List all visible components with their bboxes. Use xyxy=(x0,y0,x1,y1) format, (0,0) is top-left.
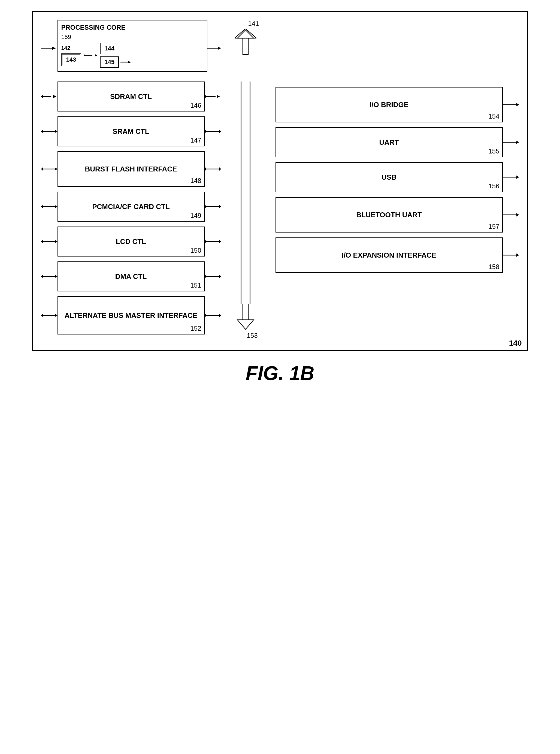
lcd-ctl-row: LCD CTL 150 xyxy=(41,226,221,257)
dma-ctl-num: 151 xyxy=(190,282,201,289)
burst-left-arrow xyxy=(41,165,58,173)
main-content: SDRAM CTL 146 xyxy=(41,81,519,339)
io-expansion-right-arrow xyxy=(503,251,519,259)
io-bridge-right-arrow xyxy=(503,101,519,109)
svg-marker-43 xyxy=(41,275,43,278)
svg-marker-4 xyxy=(95,54,97,56)
svg-marker-65 xyxy=(516,254,519,257)
io-expansion-label: I/O EXPANSION INTERFACE xyxy=(340,248,439,262)
bus-down-arrow xyxy=(235,303,256,331)
io-expansion-num: 158 xyxy=(488,263,499,271)
sdram-right-connector xyxy=(205,93,221,101)
pcmcia-right-connector xyxy=(205,202,221,211)
svg-rect-54 xyxy=(243,303,248,321)
fig-label: FIG. 1B xyxy=(245,362,314,384)
right-top-spacer xyxy=(276,81,519,87)
dma-ctl-row: DMA CTL 151 xyxy=(41,261,221,292)
sdram-ctl-row: SDRAM CTL 146 xyxy=(41,81,221,112)
sdram-left-arrow xyxy=(41,93,58,101)
io-bridge-num: 154 xyxy=(488,113,499,120)
dma-ctl-block: DMA CTL 151 xyxy=(58,261,205,292)
svg-marker-25 xyxy=(41,167,43,171)
bluetooth-num: 157 xyxy=(488,223,499,230)
core-145-right-arrow xyxy=(120,59,131,65)
svg-marker-40 xyxy=(205,240,206,243)
lcd-ctl-num: 150 xyxy=(190,247,201,254)
sram-ctl-row: SRAM CTL 147 xyxy=(41,116,221,146)
svg-marker-59 xyxy=(516,141,519,144)
svg-marker-50 xyxy=(55,314,58,317)
core-143-block: 143 xyxy=(61,54,81,66)
altbus-left-arrow xyxy=(41,311,58,319)
dma-left-arrow xyxy=(41,272,58,280)
uart-block: UART 155 xyxy=(276,127,503,157)
outer-box: PROCESSING CORE 159 142 143 xyxy=(32,11,528,351)
altbus-row: ALTERNATE BUS MASTER INTERFACE 152 xyxy=(41,296,221,335)
svg-marker-26 xyxy=(55,167,58,171)
svg-marker-31 xyxy=(41,205,43,208)
right-column: I/O BRIDGE 154 UART 155 xyxy=(270,81,519,339)
bluetooth-right-arrow xyxy=(503,211,519,219)
svg-marker-37 xyxy=(41,240,43,243)
sdram-ctl-block: SDRAM CTL 146 xyxy=(58,81,205,112)
uart-label: UART xyxy=(377,136,401,150)
burst-flash-num: 148 xyxy=(190,177,201,184)
burst-flash-row: BURST FLASH INTERFACE 148 xyxy=(41,151,221,187)
bluetooth-label: BLUETOOTH UART xyxy=(354,208,424,222)
svg-marker-34 xyxy=(205,205,206,208)
left-column: SDRAM CTL 146 xyxy=(41,81,221,339)
pcmcia-row: PCMCIA/CF CARD CTL 149 xyxy=(41,192,221,222)
io-expansion-block: I/O EXPANSION INTERFACE 158 xyxy=(276,237,503,273)
core-144-block: 144 xyxy=(100,43,131,54)
bluetooth-block: BLUETOOTH UART 157 xyxy=(276,197,503,233)
io-bridge-row: I/O BRIDGE 154 xyxy=(276,87,519,122)
sram-ctl-num: 147 xyxy=(190,137,201,144)
lcd-ctl-block: LCD CTL 150 xyxy=(58,226,205,257)
bus-153-label: 153 xyxy=(247,332,258,339)
pcmcia-block: PCMCIA/CF CARD CTL 149 xyxy=(58,192,205,222)
altbus-right-connector xyxy=(205,311,221,319)
svg-marker-17 xyxy=(217,95,220,98)
io-bridge-block: I/O BRIDGE 154 xyxy=(276,87,503,122)
bus-top-section: 141 xyxy=(221,20,270,56)
svg-marker-22 xyxy=(205,130,206,133)
io-expansion-row: I/O EXPANSION INTERFACE 158 xyxy=(276,237,519,273)
burst-right-connector xyxy=(205,165,221,173)
bus-141-label: 141 xyxy=(248,20,259,27)
io-bridge-label: I/O BRIDGE xyxy=(367,98,411,112)
bus-column: 153 xyxy=(221,81,270,339)
svg-marker-49 xyxy=(41,314,43,317)
uart-right-arrow xyxy=(503,138,519,146)
dma-ctl-label: DMA CTL xyxy=(113,270,149,283)
core-inner-arrow xyxy=(84,53,97,58)
pcmcia-label: PCMCIA/CF CARD CTL xyxy=(90,200,172,214)
svg-marker-28 xyxy=(205,167,206,171)
sram-right-connector xyxy=(205,127,221,136)
altbus-block: ALTERNATE BUS MASTER INTERFACE 152 xyxy=(58,296,205,335)
svg-marker-57 xyxy=(516,103,519,106)
usb-label: USB xyxy=(379,171,399,184)
svg-marker-3 xyxy=(84,54,86,56)
uart-num: 155 xyxy=(488,147,499,155)
sram-ctl-label: SRAM CTL xyxy=(111,124,151,138)
bluetooth-row: BLUETOOTH UART 157 xyxy=(276,197,519,233)
lcd-left-arrow xyxy=(41,237,58,245)
svg-marker-55 xyxy=(237,320,254,329)
svg-rect-9 xyxy=(243,37,248,55)
processing-core-num-label: 159 xyxy=(61,34,204,41)
svg-marker-8 xyxy=(218,46,221,50)
pcmcia-left-arrow xyxy=(41,202,58,211)
sdram-ctl-num: 146 xyxy=(190,102,201,109)
dma-right-connector xyxy=(205,272,221,280)
core-142-label: 142 xyxy=(61,45,70,51)
svg-marker-13 xyxy=(41,95,43,98)
core-145-block: 145 xyxy=(100,56,119,68)
svg-marker-14 xyxy=(53,95,56,98)
svg-marker-44 xyxy=(55,275,58,278)
sdram-ctl-label: SDRAM CTL xyxy=(108,90,154,104)
svg-marker-38 xyxy=(55,240,58,243)
outer-box-label: 140 xyxy=(509,339,522,348)
burst-flash-label: BURST FLASH INTERFACE xyxy=(83,162,179,176)
svg-marker-61 xyxy=(516,176,519,179)
proc-left-arrow xyxy=(41,43,58,54)
